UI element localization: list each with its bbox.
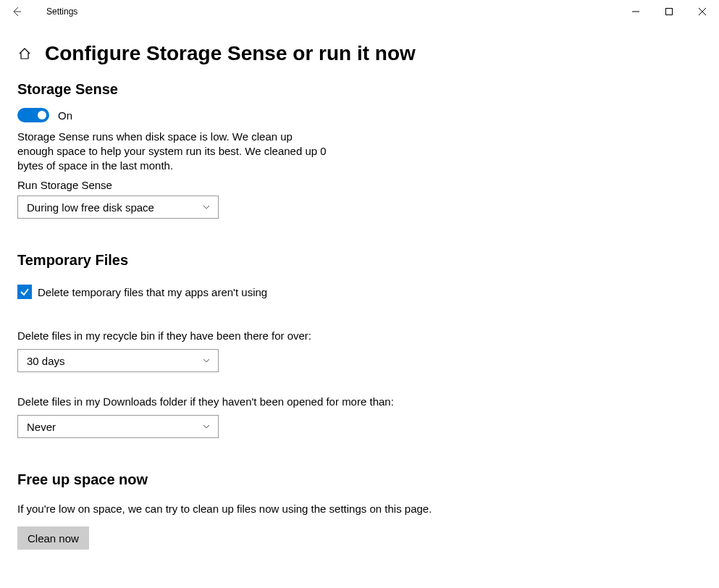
recycle-bin-value: 30 days xyxy=(27,355,65,367)
recycle-bin-label: Delete files in my recycle bin if they h… xyxy=(17,329,702,342)
minimize-icon xyxy=(632,8,639,15)
free-up-heading: Free up space now xyxy=(17,471,702,488)
storage-sense-toggle-state: On xyxy=(58,109,72,122)
app-title: Settings xyxy=(33,7,77,17)
close-icon xyxy=(699,8,706,15)
downloads-combo[interactable]: Never xyxy=(17,415,219,438)
clean-now-button[interactable]: Clean now xyxy=(17,526,89,550)
storage-sense-toggle[interactable] xyxy=(17,108,49,122)
storage-sense-heading: Storage Sense xyxy=(17,81,702,98)
titlebar: Settings xyxy=(0,0,719,23)
close-button[interactable] xyxy=(686,0,719,23)
window-controls xyxy=(619,0,719,23)
toggle-knob xyxy=(38,111,46,119)
storage-sense-description: Storage Sense runs when disk space is lo… xyxy=(17,130,329,173)
home-icon[interactable] xyxy=(17,46,32,61)
delete-temp-checkbox[interactable] xyxy=(17,285,32,299)
free-up-description: If you're low on space, we can try to cl… xyxy=(17,503,702,515)
chevron-down-icon xyxy=(202,201,211,214)
back-button[interactable] xyxy=(0,0,33,23)
svg-rect-0 xyxy=(666,9,673,15)
minimize-button[interactable] xyxy=(619,0,652,23)
downloads-value: Never xyxy=(27,421,56,433)
delete-temp-label: Delete temporary files that my apps aren… xyxy=(38,286,267,298)
recycle-bin-combo[interactable]: 30 days xyxy=(17,349,219,372)
home-icon-svg xyxy=(18,47,31,60)
run-storage-sense-label: Run Storage Sense xyxy=(17,179,702,191)
checkmark-icon xyxy=(20,287,30,297)
maximize-icon xyxy=(665,8,673,15)
maximize-button[interactable] xyxy=(652,0,686,23)
page-header: Configure Storage Sense or run it now xyxy=(17,42,702,65)
chevron-down-icon xyxy=(202,355,211,367)
run-storage-sense-combo[interactable]: During low free disk space xyxy=(17,196,219,219)
content-area: Configure Storage Sense or run it now St… xyxy=(0,23,719,550)
back-arrow-icon xyxy=(11,6,22,17)
downloads-label: Delete files in my Downloads folder if t… xyxy=(17,395,702,408)
storage-sense-toggle-row: On xyxy=(17,108,702,122)
temporary-files-heading: Temporary Files xyxy=(17,252,702,269)
run-storage-sense-value: During low free disk space xyxy=(27,201,154,214)
chevron-down-icon xyxy=(202,421,211,433)
page-title: Configure Storage Sense or run it now xyxy=(45,42,416,65)
delete-temp-row: Delete temporary files that my apps aren… xyxy=(17,285,702,299)
